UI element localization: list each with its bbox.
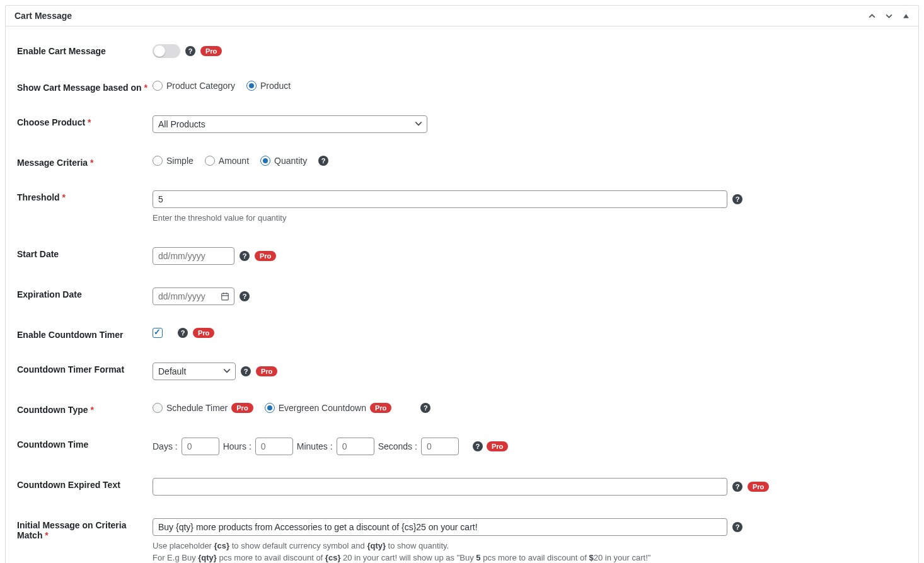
panel-header: Cart Message bbox=[6, 6, 918, 26]
start-date-input bbox=[153, 247, 234, 265]
chevron-down-icon[interactable] bbox=[886, 13, 892, 20]
row-countdown-format: Countdown Timer Format Default ? Pro bbox=[17, 351, 907, 392]
row-based-on: Show Cart Message based on * Product Cat… bbox=[17, 69, 907, 104]
help-icon[interactable]: ? bbox=[178, 328, 188, 338]
row-enable-cart-message: Enable Cart Message ? Pro bbox=[17, 33, 907, 69]
radio-label: Quantity bbox=[274, 156, 307, 166]
expired-text-input bbox=[153, 478, 727, 496]
row-threshold: Threshold * ? Enter the threshold value … bbox=[17, 179, 907, 236]
radio-amount[interactable]: Amount bbox=[205, 156, 249, 166]
seconds-input bbox=[421, 438, 459, 455]
radio-quantity-input[interactable] bbox=[260, 156, 270, 166]
pro-badge: Pro bbox=[370, 403, 391, 413]
countdown-type-label: Countdown Type * bbox=[17, 403, 153, 415]
radio-quantity[interactable]: Quantity bbox=[260, 156, 307, 166]
radio-label: Simple bbox=[166, 156, 193, 166]
enable-label: Enable Cart Message bbox=[17, 44, 153, 56]
seconds-label: Seconds : bbox=[378, 441, 417, 451]
radio-simple-input[interactable] bbox=[153, 156, 163, 166]
pro-badge: Pro bbox=[231, 403, 253, 413]
enable-countdown-label: Enable Countdown Timer bbox=[17, 328, 153, 340]
threshold-label: Threshold * bbox=[17, 190, 153, 202]
panel-header-actions bbox=[869, 13, 910, 20]
expiration-date-label: Expiration Date bbox=[17, 287, 153, 299]
collapse-triangle-icon[interactable] bbox=[903, 13, 910, 20]
hours-input bbox=[255, 438, 293, 455]
panel-title: Cart Message bbox=[14, 11, 72, 21]
hours-label: Hours : bbox=[223, 441, 251, 451]
initial-message-help: Use placeholder {cs} to show default cur… bbox=[153, 540, 907, 564]
help-icon[interactable]: ? bbox=[732, 194, 742, 204]
radio-evergreen-input[interactable] bbox=[265, 403, 275, 413]
row-countdown-time: Countdown Time Days : Hours : Minutes : … bbox=[17, 426, 907, 467]
enable-toggle[interactable] bbox=[153, 44, 180, 58]
help-icon[interactable]: ? bbox=[420, 403, 430, 413]
help-icon[interactable]: ? bbox=[241, 366, 251, 376]
radio-schedule-timer: Schedule Timer Pro bbox=[153, 403, 253, 413]
enable-countdown-checkbox[interactable] bbox=[153, 328, 163, 338]
radio-amount-input[interactable] bbox=[205, 156, 215, 166]
radio-product-category-input[interactable] bbox=[153, 81, 163, 91]
radio-label: Product bbox=[260, 81, 291, 91]
help-icon[interactable]: ? bbox=[240, 291, 250, 301]
pro-badge: Pro bbox=[193, 328, 214, 338]
radio-product-category[interactable]: Product Category bbox=[153, 81, 235, 91]
help-icon[interactable]: ? bbox=[732, 522, 742, 532]
row-initial-message: Initial Message on Criteria Match * ? Us… bbox=[17, 507, 907, 564]
radio-label: Product Category bbox=[166, 81, 235, 91]
help-icon[interactable]: ? bbox=[732, 482, 742, 492]
days-input bbox=[182, 438, 219, 455]
radio-product[interactable]: Product bbox=[246, 81, 291, 91]
based-on-label: Show Cart Message based on * bbox=[17, 81, 153, 93]
pro-badge: Pro bbox=[487, 441, 508, 451]
criteria-label: Message Criteria * bbox=[17, 156, 153, 168]
expiration-date-input[interactable] bbox=[153, 287, 234, 305]
radio-schedule-input bbox=[153, 403, 163, 413]
threshold-input[interactable] bbox=[153, 190, 727, 208]
expired-text-label: Countdown Expired Text bbox=[17, 478, 153, 490]
row-message-criteria: Message Criteria * Simple Amount Quantit… bbox=[17, 144, 907, 179]
row-enable-countdown: Enable Countdown Timer ? Pro bbox=[17, 316, 907, 351]
days-label: Days : bbox=[153, 441, 178, 451]
countdown-time-label: Countdown Time bbox=[17, 438, 153, 450]
row-start-date: Start Date ? Pro bbox=[17, 236, 907, 276]
chevron-up-icon[interactable] bbox=[869, 13, 875, 20]
countdown-format-select[interactable]: Default bbox=[153, 363, 236, 380]
row-expiration-date: Expiration Date ? bbox=[17, 276, 907, 316]
threshold-help: Enter the threshold value for quantity bbox=[153, 212, 907, 224]
initial-message-input[interactable] bbox=[153, 518, 727, 536]
row-choose-product: Choose Product * All Products bbox=[17, 104, 907, 144]
pro-badge: Pro bbox=[200, 46, 222, 56]
radio-label: Schedule Timer bbox=[166, 403, 228, 413]
help-icon[interactable]: ? bbox=[318, 156, 328, 166]
row-countdown-type: Countdown Type * Schedule Timer Pro Ever… bbox=[17, 392, 907, 426]
initial-message-label: Initial Message on Criteria Match * bbox=[17, 518, 153, 540]
radio-simple[interactable]: Simple bbox=[153, 156, 193, 166]
pro-badge: Pro bbox=[256, 366, 277, 376]
radio-evergreen[interactable]: Evergreen Countdown Pro bbox=[265, 403, 392, 413]
minutes-input bbox=[337, 438, 374, 455]
choose-product-label: Choose Product * bbox=[17, 115, 153, 127]
choose-product-select[interactable]: All Products bbox=[153, 115, 427, 133]
row-expired-text: Countdown Expired Text ? Pro bbox=[17, 467, 907, 507]
help-icon[interactable]: ? bbox=[473, 441, 483, 451]
cart-message-panel: Cart Message Enable Cart Message ? Pro S… bbox=[5, 5, 919, 563]
countdown-format-label: Countdown Timer Format bbox=[17, 363, 153, 374]
start-date-label: Start Date bbox=[17, 247, 153, 259]
help-icon[interactable]: ? bbox=[240, 251, 250, 261]
minutes-label: Minutes : bbox=[297, 441, 333, 451]
pro-badge: Pro bbox=[748, 482, 769, 492]
radio-product-input[interactable] bbox=[246, 81, 257, 91]
help-icon[interactable]: ? bbox=[185, 46, 195, 56]
radio-label: Evergreen Countdown bbox=[279, 403, 366, 413]
panel-body: Enable Cart Message ? Pro Show Cart Mess… bbox=[6, 26, 918, 563]
radio-label: Amount bbox=[219, 156, 249, 166]
pro-badge: Pro bbox=[255, 251, 276, 261]
